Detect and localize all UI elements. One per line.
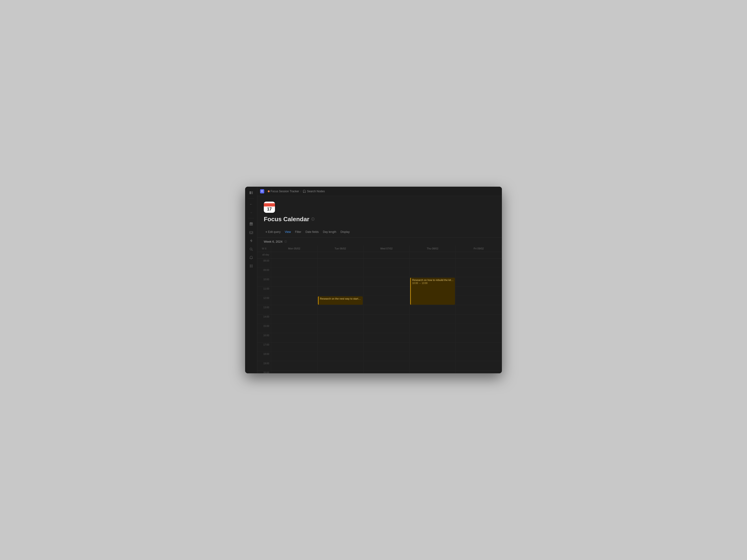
- time-cell[interactable]: [410, 352, 456, 361]
- bell-nav-icon[interactable]: [248, 254, 255, 261]
- time-cell[interactable]: [456, 352, 502, 361]
- week-info-icon[interactable]: ⓘ: [284, 240, 287, 243]
- time-cell[interactable]: [410, 361, 456, 370]
- time-cell[interactable]: [410, 259, 456, 268]
- time-cell[interactable]: [363, 259, 410, 268]
- edit-query-button[interactable]: Edit query: [264, 229, 282, 235]
- time-cell[interactable]: [410, 268, 456, 277]
- event-kitchen[interactable]: Research on how to rebuild the kitchen10…: [410, 278, 455, 305]
- time-cell[interactable]: [317, 343, 364, 352]
- time-cell[interactable]: [271, 352, 317, 361]
- all-day-wed[interactable]: [363, 252, 410, 258]
- time-cell[interactable]: [410, 333, 456, 342]
- time-cell[interactable]: [271, 371, 317, 373]
- time-cell[interactable]: [271, 296, 317, 305]
- all-day-fri[interactable]: [456, 252, 502, 258]
- time-cell[interactable]: [410, 371, 456, 373]
- time-cell[interactable]: [317, 352, 364, 361]
- time-cell[interactable]: [317, 315, 364, 324]
- inbox-nav-icon[interactable]: [248, 229, 255, 236]
- title-info-icon[interactable]: ⓘ: [311, 217, 314, 221]
- time-cell[interactable]: [317, 277, 364, 286]
- time-cell[interactable]: [271, 287, 317, 296]
- time-cell[interactable]: [363, 333, 410, 342]
- time-cell[interactable]: [317, 324, 364, 333]
- forward-nav-icon[interactable]: →: [248, 209, 255, 216]
- time-cell[interactable]: [271, 324, 317, 333]
- time-cell[interactable]: [363, 352, 410, 361]
- event-learning[interactable]: Research on the nest way to start learni…: [318, 296, 363, 305]
- time-cell[interactable]: [271, 305, 317, 314]
- time-label: 20:00: [257, 371, 271, 373]
- calendar-nav-icon[interactable]: [248, 220, 255, 228]
- time-cell[interactable]: [410, 315, 456, 324]
- time-cell[interactable]: [363, 287, 410, 296]
- time-cell[interactable]: [410, 324, 456, 333]
- svg-rect-6: [250, 232, 253, 234]
- time-cell[interactable]: [317, 333, 364, 342]
- svg-rect-0: [250, 191, 251, 194]
- all-day-row: all-day: [257, 252, 502, 259]
- time-cell[interactable]: [317, 268, 364, 277]
- filter-button[interactable]: Filter: [293, 229, 303, 235]
- breadcrumb-current[interactable]: 🎧 Search Nodes: [303, 190, 325, 193]
- time-cell[interactable]: [271, 343, 317, 352]
- time-cell[interactable]: [317, 259, 364, 268]
- time-cell[interactable]: [456, 361, 502, 370]
- time-cell[interactable]: [317, 305, 364, 314]
- time-cell[interactable]: [410, 305, 456, 314]
- time-cell[interactable]: [271, 333, 317, 342]
- time-cell[interactable]: [271, 315, 317, 324]
- date-fields-button[interactable]: Date fields: [304, 229, 321, 235]
- display-button[interactable]: Display: [339, 229, 352, 235]
- time-cell[interactable]: [271, 277, 317, 286]
- time-cell[interactable]: Research on the nest way to start learni…: [317, 296, 364, 305]
- time-cell[interactable]: [456, 277, 502, 286]
- time-cell[interactable]: Research on how to rebuild the kitchen10…: [410, 277, 456, 286]
- time-cell[interactable]: [456, 371, 502, 373]
- time-cell[interactable]: [456, 287, 502, 296]
- time-cell[interactable]: [271, 361, 317, 370]
- calendar-grid: W 6 Mon 05/02 Tue 06/02 Wed 07/02 Thu 08…: [257, 245, 502, 373]
- all-day-thu[interactable]: [410, 252, 456, 258]
- time-cell[interactable]: [456, 296, 502, 305]
- time-cell[interactable]: [271, 268, 317, 277]
- time-cell[interactable]: [363, 371, 410, 373]
- time-cell[interactable]: [456, 259, 502, 268]
- all-day-mon[interactable]: [271, 252, 317, 258]
- time-cell[interactable]: [317, 361, 364, 370]
- time-cell[interactable]: [456, 315, 502, 324]
- time-cell[interactable]: [363, 296, 410, 305]
- view-button[interactable]: View: [283, 229, 293, 235]
- time-cell[interactable]: [271, 259, 317, 268]
- all-day-tue[interactable]: [317, 252, 364, 258]
- time-cell[interactable]: [456, 333, 502, 342]
- breadcrumb-parent[interactable]: Focus Session Tracker: [268, 190, 299, 193]
- time-cell[interactable]: [363, 361, 410, 370]
- time-cell[interactable]: [410, 343, 456, 352]
- svg-line-8: [252, 250, 253, 251]
- day-length-button[interactable]: Day length: [321, 229, 338, 235]
- grid-nav-icon[interactable]: [248, 262, 255, 270]
- sidebar-toggle-icon[interactable]: [248, 189, 255, 196]
- time-cell[interactable]: [456, 343, 502, 352]
- time-cell[interactable]: [317, 287, 364, 296]
- time-label: 19:00: [257, 361, 271, 370]
- time-cell[interactable]: [456, 324, 502, 333]
- time-cell[interactable]: [363, 277, 410, 286]
- time-cell[interactable]: [363, 324, 410, 333]
- search-nav-icon[interactable]: [248, 245, 255, 253]
- time-cell[interactable]: [363, 315, 410, 324]
- time-cell[interactable]: [317, 371, 364, 373]
- page: 17 Focus Calendar ⓘ Edit query View Filt…: [257, 196, 502, 373]
- time-cell[interactable]: [363, 305, 410, 314]
- back-nav-icon[interactable]: ←: [248, 201, 255, 208]
- time-cell[interactable]: [456, 305, 502, 314]
- time-cell[interactable]: [363, 268, 410, 277]
- main-content: C / Focus Session Tracker / 🎧 Search Nod…: [257, 187, 502, 373]
- time-label: 11:00: [257, 287, 271, 296]
- time-label: 13:00: [257, 305, 271, 314]
- time-cell[interactable]: [456, 268, 502, 277]
- time-cell[interactable]: [363, 343, 410, 352]
- lightning-nav-icon[interactable]: [248, 237, 255, 244]
